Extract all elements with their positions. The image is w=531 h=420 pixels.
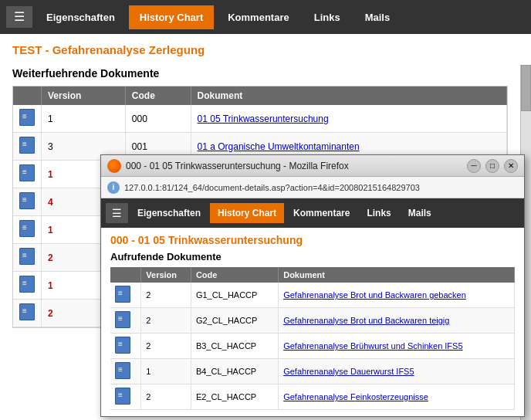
popup-col-dokument: Dokument (279, 267, 515, 283)
doc-icon (115, 388, 130, 405)
row-version: 2 (141, 308, 191, 334)
doc-icon (19, 303, 35, 320)
popup-section-title: Aufrufende Dokumente (110, 251, 515, 262)
bg-nav-links[interactable]: Links (303, 5, 351, 29)
row-icon-cell (13, 272, 42, 300)
row-code: B4_CL_HACCP (191, 359, 278, 384)
table-row: 2 G2_CL_HACCP Gefahrenanalyse Brot und B… (110, 308, 515, 334)
row-code: E2_CL_HACCP (191, 384, 278, 410)
bg-nav-kommentare[interactable]: Kommentare (217, 5, 299, 29)
popup-col-code: Code (191, 267, 278, 283)
table-row: 1 B4_CL_HACCP Gefahrenanalyse Dauerwurst… (110, 359, 515, 384)
popup-nav-links[interactable]: Links (359, 203, 398, 223)
row-doc[interactable]: Gefahrenanalyse Brühwurst und Schinken I… (279, 334, 515, 359)
hamburger-icon: ☰ (14, 10, 25, 23)
doc-icon (19, 137, 35, 154)
popup-minimize-button[interactable]: ─ (467, 159, 481, 173)
popup-nav-history-chart[interactable]: History Chart (210, 203, 284, 223)
popup-urlbar: i 127.0.0.1:81/124_64/document-details.a… (101, 177, 524, 198)
row-icon-cell (110, 283, 141, 308)
popup-title-text: 000 - 01 05 Trinkwasseruntersuchung - Mo… (126, 161, 462, 171)
table-row: 1 000 01 05 Trinkwasseruntersuchung (13, 105, 507, 133)
row-icon-cell (110, 334, 141, 359)
row-icon-cell (110, 308, 141, 334)
doc-icon (115, 286, 130, 303)
popup-hamburger-button[interactable]: ☰ (106, 203, 128, 223)
row-code: B3_CL_HACCP (191, 334, 278, 359)
row-doc[interactable]: Gefahrenanalyse Brot und Backwaren gebac… (279, 283, 515, 308)
firefox-icon (107, 159, 121, 173)
row-version: 2 (141, 283, 191, 308)
table-row: 2 G1_CL_HACCP Gefahrenanalyse Brot und B… (110, 283, 515, 308)
row-icon-cell (13, 188, 42, 216)
row-icon-cell (13, 244, 42, 272)
section-title: Weiterfuehrende Dokumente (0, 63, 531, 86)
doc-icon (115, 337, 130, 354)
row-icon-cell (110, 359, 141, 384)
row-doc[interactable]: Gefahrenanalyse Brot und Backwaren teigi… (279, 308, 515, 334)
row-code: G2_CL_HACCP (191, 308, 278, 334)
doc-icon (19, 220, 35, 237)
row-icon-cell (13, 133, 42, 161)
scroll-thumb[interactable] (521, 65, 531, 111)
bg-nav-mails[interactable]: Mails (354, 5, 401, 29)
doc-icon (19, 248, 35, 265)
doc-icon (115, 311, 130, 328)
col-version: Version (42, 86, 126, 105)
row-version: 1 (141, 359, 191, 384)
row-icon-cell (13, 161, 42, 188)
page-title: TEST - Gefahrenanalyse Zerlegung (0, 34, 531, 63)
background-nav: ☰ Eigenschaften History Chart Kommentare… (0, 0, 531, 34)
row-icon-cell (13, 300, 42, 327)
popup-nav: ☰ Eigenschaften History Chart Kommentare… (101, 198, 524, 228)
popup-nav-kommentare[interactable]: Kommentare (286, 203, 357, 223)
row-version: 2 (141, 334, 191, 359)
doc-icon (19, 109, 35, 126)
doc-icon (19, 276, 35, 293)
popup-titlebar: 000 - 01 05 Trinkwasseruntersuchung - Mo… (101, 155, 524, 177)
col-code: Code (125, 86, 191, 105)
doc-icon (19, 164, 35, 181)
popup-content: 000 - 01 05 Trinkwasseruntersuchung Aufr… (101, 228, 524, 418)
table-row: 2 E2_CL_HACCP Gefahrenanalyse Feinkoster… (110, 384, 515, 410)
info-icon: i (107, 181, 120, 194)
col-icon (13, 86, 42, 105)
url-text: 127.0.0.1:81/124_64/document-details.asp… (124, 183, 420, 192)
popup-doc-title: 000 - 01 05 Trinkwasseruntersuchung (110, 234, 515, 246)
popup-table: Version Code Dokument 2 G1_CL_HACCP Gefa… (110, 267, 515, 410)
row-version: 1 (42, 105, 126, 133)
row-doc[interactable]: Gefahrenanalyse Dauerwurst IFS5 (279, 359, 515, 384)
bg-nav-eigenschaften[interactable]: Eigenschaften (36, 5, 126, 29)
col-dokument: Dokument (191, 86, 506, 105)
row-doc[interactable]: Gefahrenanalyse Feinkosterzeugnisse (279, 384, 515, 410)
popup-col-version: Version (141, 267, 191, 283)
row-code: G1_CL_HACCP (191, 283, 278, 308)
popup-nav-eigenschaften[interactable]: Eigenschaften (130, 203, 208, 223)
row-icon-cell (110, 384, 141, 410)
bg-hamburger-button[interactable]: ☰ (6, 6, 32, 28)
table-row: 2 B3_CL_HACCP Gefahrenanalyse Brühwurst … (110, 334, 515, 359)
popup-col-icon (110, 267, 141, 283)
row-code: 000 (125, 105, 191, 133)
row-version: 2 (141, 384, 191, 410)
popup-window: 000 - 01 05 Trinkwasseruntersuchung - Mo… (100, 154, 525, 417)
doc-icon (115, 362, 130, 379)
popup-close-button[interactable]: ✕ (504, 159, 518, 173)
popup-maximize-button[interactable]: □ (485, 159, 499, 173)
popup-nav-mails[interactable]: Mails (401, 203, 439, 223)
row-icon-cell (13, 216, 42, 244)
doc-icon (19, 192, 35, 209)
row-icon-cell (13, 105, 42, 133)
bg-nav-history-chart[interactable]: History Chart (129, 5, 214, 29)
row-doc[interactable]: 01 05 Trinkwasseruntersuchung (191, 105, 506, 133)
